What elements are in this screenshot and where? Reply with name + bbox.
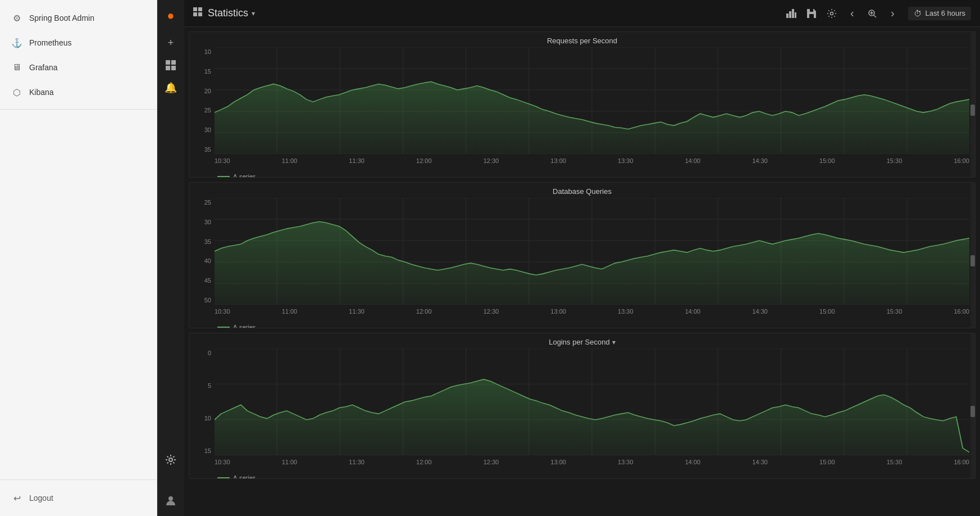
chart-title-logins: Logins per Second ▾ bbox=[189, 333, 975, 348]
topbar-title-area: Statistics ▾ bbox=[193, 7, 782, 19]
time-range-icon: ⏱ bbox=[914, 9, 922, 18]
logout-icon: ↩ bbox=[11, 492, 22, 504]
main-content: Statistics ▾ ‹ bbox=[184, 0, 980, 516]
legend-db: A-series bbox=[189, 322, 975, 328]
logins-dropdown-arrow[interactable]: ▾ bbox=[612, 338, 616, 346]
scrollbar-thumb-db[interactable] bbox=[970, 255, 975, 266]
settings-icon[interactable] bbox=[161, 450, 181, 470]
topbar-actions: ‹ › ⏱ Last 6 hours bbox=[782, 4, 971, 22]
prometheus-icon: ⚓ bbox=[11, 37, 22, 48]
add-panel-icon[interactable]: + bbox=[161, 33, 181, 53]
bar-chart-button[interactable] bbox=[782, 4, 800, 22]
svg-rect-11 bbox=[789, 11, 791, 18]
scrollbar-requests[interactable] bbox=[970, 32, 975, 177]
chart-body-logins: 15 10 5 0 bbox=[189, 348, 975, 472]
sidebar-nav: ⚙ Spring Boot Admin ⚓ Prometheus 🖥 Grafa… bbox=[0, 0, 157, 479]
legend-logins: A-series bbox=[189, 472, 975, 479]
time-range-picker[interactable]: ⏱ Last 6 hours bbox=[908, 7, 971, 20]
sidebar-label-prometheus: Prometheus bbox=[29, 38, 71, 47]
y-axis-requests: 35 30 25 20 15 10 bbox=[189, 47, 215, 154]
zoom-button[interactable] bbox=[863, 4, 881, 22]
chart-database-queries: Database Queries 50 45 40 35 30 25 bbox=[189, 182, 976, 328]
chart-body-requests: 35 30 25 20 15 10 bbox=[189, 47, 975, 171]
settings-button[interactable] bbox=[823, 4, 841, 22]
next-button[interactable]: › bbox=[883, 4, 901, 22]
chart-logins-per-second: Logins per Second ▾ 15 10 5 0 bbox=[189, 333, 976, 479]
grafana-logo-icon[interactable]: ● bbox=[161, 6, 181, 26]
svg-rect-2 bbox=[166, 66, 170, 70]
sidebar-item-grafana[interactable]: 🖥 Grafana bbox=[0, 55, 157, 80]
svg-rect-10 bbox=[786, 13, 788, 18]
scrollbar-thumb-logins[interactable] bbox=[970, 406, 975, 417]
page-title: Statistics bbox=[208, 7, 248, 19]
legend-label-requests: A-series bbox=[233, 173, 256, 178]
chart-requests-per-second: Requests per Second 35 30 25 20 15 10 bbox=[189, 31, 976, 178]
icon-strip: ● + 🔔 bbox=[157, 0, 184, 516]
svg-line-16 bbox=[874, 15, 876, 17]
chart-title-db: Database Queries bbox=[189, 183, 975, 198]
sidebar-label-grafana: Grafana bbox=[29, 63, 58, 72]
legend-requests: A-series bbox=[189, 171, 975, 178]
charts-area: Requests per Second 35 30 25 20 15 10 bbox=[184, 27, 980, 516]
sidebar-item-kibana[interactable]: ⬡ Kibana bbox=[0, 80, 157, 105]
svg-rect-7 bbox=[198, 7, 202, 11]
y-axis-logins: 15 10 5 0 bbox=[189, 348, 215, 455]
sidebar-item-logout[interactable]: ↩ Logout bbox=[0, 486, 157, 510]
sidebar-item-prometheus[interactable]: ⚓ Prometheus bbox=[0, 30, 157, 55]
legend-label-logins: A-series bbox=[233, 474, 256, 479]
title-dropdown-arrow[interactable]: ▾ bbox=[252, 10, 255, 17]
svg-rect-13 bbox=[795, 12, 796, 18]
spring-boot-admin-icon: ⚙ bbox=[11, 12, 22, 24]
legend-label-db: A-series bbox=[233, 324, 256, 328]
x-axis-logins: 10:30 11:00 11:30 12:00 12:30 13:00 13:3… bbox=[215, 456, 969, 472]
legend-line-logins bbox=[217, 477, 230, 478]
alerts-icon[interactable]: 🔔 bbox=[161, 78, 181, 98]
svg-point-5 bbox=[168, 496, 173, 501]
sidebar-item-spring-boot-admin[interactable]: ⚙ Spring Boot Admin bbox=[0, 6, 157, 30]
user-avatar-icon[interactable] bbox=[161, 490, 181, 510]
canvas-db bbox=[215, 198, 969, 305]
legend-line-db bbox=[217, 327, 230, 328]
dashboard-grid-icon bbox=[193, 7, 202, 19]
svg-rect-12 bbox=[792, 9, 794, 18]
dashboards-icon[interactable] bbox=[161, 55, 181, 75]
sidebar: ⚙ Spring Boot Admin ⚓ Prometheus 🖥 Grafa… bbox=[0, 0, 157, 516]
sidebar-bottom: ↩ Logout bbox=[0, 479, 157, 516]
svg-point-14 bbox=[831, 12, 833, 15]
svg-rect-1 bbox=[171, 60, 176, 65]
x-axis-requests: 10:30 11:00 11:30 12:00 12:30 13:00 13:3… bbox=[215, 155, 969, 171]
svg-rect-8 bbox=[193, 12, 197, 16]
sidebar-label-logout: Logout bbox=[29, 494, 53, 503]
scrollbar-thumb-requests[interactable] bbox=[970, 105, 975, 116]
scrollbar-logins[interactable] bbox=[970, 333, 975, 478]
prev-button[interactable]: ‹ bbox=[843, 4, 861, 22]
legend-line-requests bbox=[217, 176, 230, 177]
time-range-label: Last 6 hours bbox=[925, 9, 965, 17]
chart-body-db: 50 45 40 35 30 25 bbox=[189, 198, 975, 322]
svg-point-4 bbox=[169, 458, 172, 461]
svg-rect-6 bbox=[193, 7, 197, 11]
chart-title-requests: Requests per Second bbox=[189, 32, 975, 47]
x-axis-db: 10:30 11:00 11:30 12:00 12:30 13:00 13:3… bbox=[215, 306, 969, 322]
save-button[interactable] bbox=[803, 4, 821, 22]
grafana-icon: 🖥 bbox=[11, 62, 22, 73]
scrollbar-db[interactable] bbox=[970, 183, 975, 328]
canvas-requests bbox=[215, 47, 969, 154]
y-axis-db: 50 45 40 35 30 25 bbox=[189, 198, 215, 305]
svg-rect-3 bbox=[171, 66, 176, 70]
topbar: Statistics ▾ ‹ bbox=[184, 0, 980, 27]
sidebar-divider bbox=[0, 109, 157, 110]
canvas-logins bbox=[215, 348, 969, 455]
sidebar-label-kibana: Kibana bbox=[29, 88, 54, 97]
sidebar-label-spring-boot-admin: Spring Boot Admin bbox=[29, 13, 94, 22]
kibana-icon: ⬡ bbox=[11, 87, 22, 98]
svg-rect-0 bbox=[166, 60, 170, 65]
svg-rect-9 bbox=[198, 12, 202, 16]
